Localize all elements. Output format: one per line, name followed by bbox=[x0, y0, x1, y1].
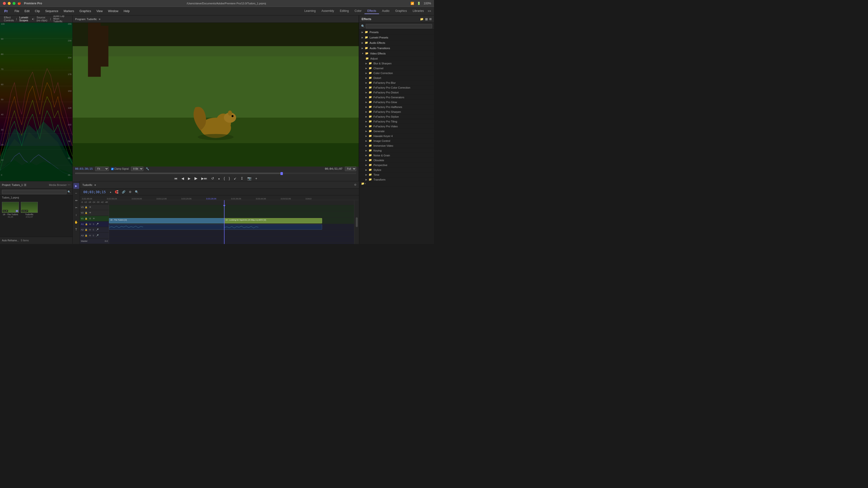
folder-presets[interactable]: ▶ 📁 Presets bbox=[359, 30, 434, 35]
in-point-button[interactable]: { bbox=[223, 176, 226, 181]
razor-tool-button[interactable]: ✂ bbox=[73, 205, 79, 210]
effect-fxfactory-color-correction[interactable]: ▶ 📁 FxFactory Pro Color Correction bbox=[359, 85, 434, 90]
effect-channel[interactable]: ▶ 📁 Channel bbox=[359, 66, 434, 71]
v1-lock-button[interactable]: 🔒 bbox=[84, 217, 88, 220]
auto-reframe-label[interactable]: Auto Reframe... bbox=[2, 239, 19, 242]
tab-lumetri-scopes[interactable]: Lumetri Scopes bbox=[18, 15, 31, 23]
insert-button[interactable]: ↙ bbox=[233, 176, 238, 181]
audio-clip-2[interactable] bbox=[224, 224, 322, 230]
menu-view[interactable]: View bbox=[94, 8, 105, 14]
effect-generate[interactable]: ▶ 📁 Generate bbox=[359, 129, 434, 134]
effect-keying[interactable]: ▶ 📁 Keying bbox=[359, 148, 434, 153]
folder-lumetri-presets[interactable]: ▶ 📁 Lumetri Presets bbox=[359, 35, 434, 40]
effect-adjust[interactable]: 📁 Adjust bbox=[359, 56, 434, 61]
ws-tab-libraries[interactable]: Libraries bbox=[410, 8, 427, 14]
quality-dropdown[interactable]: Full 1/2 1/4 bbox=[345, 166, 356, 171]
timeline-menu-icon[interactable]: ≡ bbox=[94, 184, 96, 186]
menu-window[interactable]: Window bbox=[105, 8, 121, 14]
clip-tudors-video[interactable]: 18 - The Tudors [V] bbox=[109, 218, 224, 223]
menu-clip[interactable]: Clip bbox=[32, 8, 42, 14]
menu-help[interactable]: Help bbox=[121, 8, 132, 14]
export-frame-button[interactable]: 📷 bbox=[246, 176, 252, 181]
go-to-out-point-button[interactable]: ▶⏭ bbox=[200, 176, 208, 181]
ws-tab-learning[interactable]: Learning bbox=[302, 8, 319, 14]
clamp-checkbox[interactable] bbox=[111, 168, 114, 170]
a2-s-button[interactable]: S bbox=[92, 228, 95, 231]
add-folder-icon[interactable]: 📁+ bbox=[361, 182, 366, 185]
fit-dropdown[interactable]: Fit 25% 50% 75% 100% bbox=[95, 166, 109, 171]
ripple-tool-button[interactable]: ⇔ bbox=[73, 197, 79, 203]
minimize-button[interactable] bbox=[8, 2, 11, 5]
workspace-more-button[interactable]: >> bbox=[427, 8, 432, 14]
a3-lock-button[interactable]: 🔒 bbox=[84, 234, 88, 237]
monitor-menu-icon[interactable]: ≡ bbox=[99, 18, 100, 21]
project-menu-icon[interactable]: ≡ bbox=[24, 184, 26, 186]
effect-fxfactory-stylize[interactable]: ▶ 📁 FxFactory Pro Stylize bbox=[359, 114, 434, 119]
a2-lock-button[interactable]: 🔒 bbox=[84, 228, 88, 231]
effect-distort[interactable]: ▶ 📁 Distort bbox=[359, 75, 434, 80]
clip-squirrels-video[interactable]: 13 - Looking for Squirrels (15-May-11).M… bbox=[224, 218, 322, 223]
tab-effect-controls[interactable]: Effect Controls bbox=[2, 15, 16, 23]
settings-button[interactable]: ⚙ bbox=[128, 190, 132, 194]
maximize-button[interactable] bbox=[12, 2, 16, 5]
a1-mic-button[interactable]: 🎤 bbox=[95, 223, 99, 226]
media-browser-tab[interactable]: Media Browser bbox=[49, 184, 67, 186]
v3-eye-button[interactable]: 👁 bbox=[89, 206, 92, 209]
close-button[interactable] bbox=[3, 2, 6, 5]
menu-markers[interactable]: Markers bbox=[61, 8, 76, 14]
scrollbar-thumb[interactable] bbox=[356, 217, 358, 227]
effects-search-input[interactable] bbox=[366, 24, 432, 28]
v3-lock-button[interactable]: 🔒 bbox=[84, 206, 88, 209]
step-forward-button[interactable]: ▶ bbox=[187, 176, 192, 181]
effect-color-correction[interactable]: ▶ 📁 Color Correction bbox=[359, 71, 434, 75]
wrench-icon[interactable]: 🔧 bbox=[146, 167, 149, 170]
a2-mic-button[interactable]: 🎤 bbox=[95, 228, 99, 231]
timecode-right[interactable]: 00;04;51;07 bbox=[325, 167, 342, 170]
tab-source[interactable]: Source: (no clips) bbox=[35, 15, 50, 23]
effect-image-control[interactable]: ▶ 📁 Image Control bbox=[359, 138, 434, 143]
effect-fxfactory-distort[interactable]: ▶ 📁 FxFactory Pro Distort bbox=[359, 90, 434, 95]
folder-audio-transitions[interactable]: ▶ 📁 Audio Transitions bbox=[359, 45, 434, 51]
v1-eye-button[interactable]: 👁 bbox=[92, 217, 95, 220]
hand-tool-button[interactable]: ✋ bbox=[73, 219, 79, 225]
bit-depth-dropdown[interactable]: 8 Bit bbox=[131, 166, 144, 171]
add-marker-tl-button[interactable]: ⬥ bbox=[109, 190, 113, 194]
thumbnail-tudors[interactable]: Ai 31;25 18 - The Tudors 31;25 bbox=[2, 202, 19, 218]
timeline-settings-icon[interactable]: ⚙ bbox=[354, 183, 356, 186]
snap-button[interactable]: 🧲 bbox=[114, 190, 119, 194]
effect-fxfactory-glow[interactable]: ▶ 📁 FxFactory Pro Glow bbox=[359, 100, 434, 104]
audio-clip-1[interactable] bbox=[109, 224, 224, 230]
ws-tab-graphics[interactable]: Graphics bbox=[392, 8, 410, 14]
a1-s-button[interactable]: S bbox=[92, 223, 95, 226]
effect-blur-sharpen[interactable]: ▶ 📁 Blur & Sharpen bbox=[359, 61, 434, 66]
go-to-in-point-button[interactable]: ⏮ bbox=[173, 176, 179, 181]
effect-fxfactory-halftones[interactable]: ▶ 📁 FxFactory Pro Halftones bbox=[359, 104, 434, 109]
thumbnail-tudorific[interactable]: 4;51;07 Tudorific 4;51;07 bbox=[21, 202, 38, 218]
step-back-button[interactable]: ◀ bbox=[180, 176, 185, 181]
effect-fxfactory-tiling[interactable]: ▶ 📁 FxFactory Pro Tiling bbox=[359, 119, 434, 124]
effect-noise-grain[interactable]: ▶ 📁 Noise & Grain bbox=[359, 153, 434, 158]
effect-obsolete[interactable]: ▶ 📁 Obsolete bbox=[359, 158, 434, 163]
folder-video-effects[interactable]: ▼ 📂 Video Effects bbox=[359, 51, 434, 56]
v1-sync-button[interactable]: ⚙ bbox=[89, 217, 92, 220]
effect-immersive-video[interactable]: ▶ 📁 Immersive Video bbox=[359, 143, 434, 148]
type-tool-button[interactable]: T bbox=[73, 227, 79, 232]
menu-sequence[interactable]: Sequence bbox=[43, 8, 61, 14]
effect-fxfactory-blur[interactable]: ▶ 📁 FxFactory Pro Blur bbox=[359, 80, 434, 85]
effect-hawaiki-keyer[interactable]: ▶ 📁 Hawaiki Keyer 4 bbox=[359, 134, 434, 138]
folder-audio-effects[interactable]: ▶ 📁 Audio Effects bbox=[359, 40, 434, 45]
media-browser-more[interactable]: >> bbox=[68, 184, 70, 186]
ws-tab-color[interactable]: Color bbox=[352, 8, 365, 14]
project-search-input[interactable] bbox=[2, 190, 67, 194]
ws-tab-assembly[interactable]: Assembly bbox=[318, 8, 337, 14]
a3-s-button[interactable]: S bbox=[92, 234, 95, 237]
play-button[interactable]: ▶ bbox=[193, 175, 198, 181]
timeline-scrollbar[interactable] bbox=[354, 200, 359, 244]
add-marker-button[interactable]: ⬥ bbox=[217, 176, 221, 181]
v2-lock-button[interactable]: 🔒 bbox=[84, 211, 88, 214]
out-point-button[interactable]: } bbox=[228, 176, 231, 181]
a3-mic-button[interactable]: 🎤 bbox=[95, 234, 99, 237]
track-select-tool-button[interactable]: ↔ bbox=[73, 190, 79, 196]
a2-m-button[interactable]: M bbox=[89, 228, 92, 231]
a1-lock-button[interactable]: 🔒 bbox=[85, 223, 88, 226]
